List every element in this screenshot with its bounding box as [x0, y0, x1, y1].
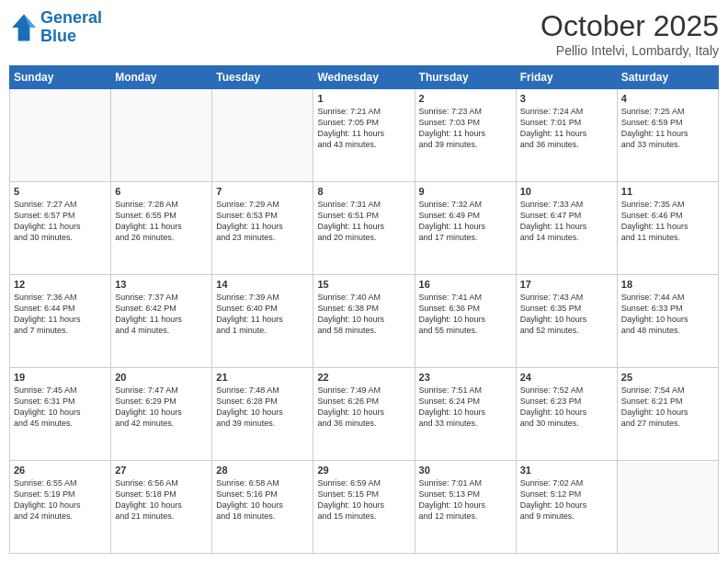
logo-line2: Blue [40, 27, 76, 45]
day-info: Sunrise: 7:43 AM Sunset: 6:35 PM Dayligh… [520, 292, 613, 337]
calendar-week-1: 1Sunrise: 7:21 AM Sunset: 7:05 PM Daylig… [10, 89, 719, 182]
weekday-header-row: SundayMondayTuesdayWednesdayThursdayFrid… [10, 66, 719, 89]
calendar-cell: 12Sunrise: 7:36 AM Sunset: 6:44 PM Dayli… [10, 275, 111, 368]
day-info: Sunrise: 7:36 AM Sunset: 6:44 PM Dayligh… [14, 292, 107, 337]
day-info: Sunrise: 7:44 AM Sunset: 6:33 PM Dayligh… [621, 292, 714, 337]
day-number: 17 [520, 279, 613, 290]
calendar-cell: 16Sunrise: 7:41 AM Sunset: 6:36 PM Dayli… [415, 275, 516, 368]
calendar-cell: 24Sunrise: 7:52 AM Sunset: 6:23 PM Dayli… [516, 368, 617, 461]
weekday-header-thursday: Thursday [415, 66, 516, 89]
weekday-header-monday: Monday [111, 66, 212, 89]
day-info: Sunrise: 7:47 AM Sunset: 6:29 PM Dayligh… [115, 385, 208, 430]
day-number: 31 [520, 465, 613, 476]
calendar-cell: 18Sunrise: 7:44 AM Sunset: 6:33 PM Dayli… [617, 275, 718, 368]
calendar-body: 1Sunrise: 7:21 AM Sunset: 7:05 PM Daylig… [10, 89, 719, 554]
calendar-cell: 23Sunrise: 7:51 AM Sunset: 6:24 PM Dayli… [415, 368, 516, 461]
day-number: 29 [317, 465, 410, 476]
day-info: Sunrise: 7:28 AM Sunset: 6:55 PM Dayligh… [115, 199, 208, 244]
day-number: 18 [621, 279, 714, 290]
day-info: Sunrise: 7:02 AM Sunset: 5:12 PM Dayligh… [520, 477, 613, 523]
calendar-cell: 10Sunrise: 7:33 AM Sunset: 6:47 PM Dayli… [516, 182, 617, 275]
weekday-header-friday: Friday [516, 66, 617, 89]
calendar-table: SundayMondayTuesdayWednesdayThursdayFrid… [9, 65, 719, 554]
day-number: 9 [419, 186, 512, 197]
calendar-cell: 3Sunrise: 7:24 AM Sunset: 7:01 PM Daylig… [516, 89, 617, 182]
day-info: Sunrise: 7:23 AM Sunset: 7:03 PM Dayligh… [419, 106, 512, 151]
day-info: Sunrise: 7:52 AM Sunset: 6:23 PM Dayligh… [520, 385, 613, 430]
calendar-week-4: 19Sunrise: 7:45 AM Sunset: 6:31 PM Dayli… [10, 368, 719, 461]
logo: General Blue [9, 9, 102, 46]
day-info: Sunrise: 7:32 AM Sunset: 6:49 PM Dayligh… [419, 199, 512, 244]
day-info: Sunrise: 7:39 AM Sunset: 6:40 PM Dayligh… [216, 292, 309, 337]
calendar-cell: 8Sunrise: 7:31 AM Sunset: 6:51 PM Daylig… [313, 182, 415, 275]
calendar-cell: 15Sunrise: 7:40 AM Sunset: 6:38 PM Dayli… [313, 275, 415, 368]
day-number: 14 [216, 279, 309, 290]
day-number: 6 [115, 186, 208, 197]
day-info: Sunrise: 6:59 AM Sunset: 5:15 PM Dayligh… [317, 477, 410, 523]
day-info: Sunrise: 7:25 AM Sunset: 6:59 PM Dayligh… [621, 106, 714, 151]
day-info: Sunrise: 6:58 AM Sunset: 5:16 PM Dayligh… [216, 477, 309, 523]
calendar-cell: 2Sunrise: 7:23 AM Sunset: 7:03 PM Daylig… [415, 89, 516, 182]
calendar-cell [617, 461, 718, 554]
day-info: Sunrise: 7:45 AM Sunset: 6:31 PM Dayligh… [14, 385, 107, 430]
day-number: 7 [216, 186, 309, 197]
logo-text: General Blue [40, 9, 102, 46]
page-title: October 2025 [540, 9, 719, 43]
calendar-cell: 31Sunrise: 7:02 AM Sunset: 5:12 PM Dayli… [516, 461, 617, 554]
day-info: Sunrise: 7:24 AM Sunset: 7:01 PM Dayligh… [520, 106, 613, 151]
title-area: October 2025 Pellio Intelvi, Lombardy, I… [540, 9, 719, 58]
day-number: 3 [520, 93, 613, 104]
day-info: Sunrise: 7:21 AM Sunset: 7:05 PM Dayligh… [317, 106, 410, 151]
day-number: 10 [520, 186, 613, 197]
day-info: Sunrise: 7:29 AM Sunset: 6:53 PM Dayligh… [216, 199, 309, 244]
day-number: 4 [621, 93, 714, 104]
day-info: Sunrise: 7:40 AM Sunset: 6:38 PM Dayligh… [317, 292, 410, 337]
calendar-cell: 30Sunrise: 7:01 AM Sunset: 5:13 PM Dayli… [415, 461, 516, 554]
calendar-cell: 4Sunrise: 7:25 AM Sunset: 6:59 PM Daylig… [617, 89, 718, 182]
day-info: Sunrise: 6:56 AM Sunset: 5:18 PM Dayligh… [115, 477, 208, 523]
calendar-cell: 26Sunrise: 6:55 AM Sunset: 5:19 PM Dayli… [10, 461, 111, 554]
day-number: 25 [621, 372, 714, 383]
calendar-cell: 13Sunrise: 7:37 AM Sunset: 6:42 PM Dayli… [111, 275, 212, 368]
day-number: 19 [14, 372, 107, 383]
day-number: 8 [317, 186, 410, 197]
day-info: Sunrise: 6:55 AM Sunset: 5:19 PM Dayligh… [14, 477, 107, 523]
day-info: Sunrise: 7:35 AM Sunset: 6:46 PM Dayligh… [621, 199, 714, 244]
calendar-cell: 6Sunrise: 7:28 AM Sunset: 6:55 PM Daylig… [111, 182, 212, 275]
calendar-cell: 9Sunrise: 7:32 AM Sunset: 6:49 PM Daylig… [415, 182, 516, 275]
calendar-cell: 22Sunrise: 7:49 AM Sunset: 6:26 PM Dayli… [313, 368, 415, 461]
day-info: Sunrise: 7:54 AM Sunset: 6:21 PM Dayligh… [621, 385, 714, 430]
day-number: 11 [621, 186, 714, 197]
calendar-cell [10, 89, 111, 182]
calendar-cell: 1Sunrise: 7:21 AM Sunset: 7:05 PM Daylig… [313, 89, 415, 182]
calendar-cell [111, 89, 212, 182]
calendar-cell: 14Sunrise: 7:39 AM Sunset: 6:40 PM Dayli… [212, 275, 313, 368]
day-info: Sunrise: 7:41 AM Sunset: 6:36 PM Dayligh… [419, 292, 512, 337]
logo-line1: General [40, 8, 102, 27]
day-number: 20 [115, 372, 208, 383]
calendar-cell: 20Sunrise: 7:47 AM Sunset: 6:29 PM Dayli… [111, 368, 212, 461]
day-number: 1 [317, 93, 410, 104]
calendar-cell: 11Sunrise: 7:35 AM Sunset: 6:46 PM Dayli… [617, 182, 718, 275]
calendar-week-5: 26Sunrise: 6:55 AM Sunset: 5:19 PM Dayli… [10, 461, 719, 554]
calendar-header: SundayMondayTuesdayWednesdayThursdayFrid… [10, 66, 719, 89]
page: General Blue October 2025 Pellio Intelvi… [0, 0, 728, 563]
day-info: Sunrise: 7:27 AM Sunset: 6:57 PM Dayligh… [14, 199, 107, 244]
calendar-cell: 28Sunrise: 6:58 AM Sunset: 5:16 PM Dayli… [212, 461, 313, 554]
day-number: 28 [216, 465, 309, 476]
day-number: 5 [14, 186, 107, 197]
calendar-week-2: 5Sunrise: 7:27 AM Sunset: 6:57 PM Daylig… [10, 182, 719, 275]
day-number: 2 [419, 93, 512, 104]
day-number: 13 [115, 279, 208, 290]
day-info: Sunrise: 7:37 AM Sunset: 6:42 PM Dayligh… [115, 292, 208, 337]
day-info: Sunrise: 7:33 AM Sunset: 6:47 PM Dayligh… [520, 199, 613, 244]
calendar-cell: 29Sunrise: 6:59 AM Sunset: 5:15 PM Dayli… [313, 461, 415, 554]
day-number: 27 [115, 465, 208, 476]
calendar-cell: 21Sunrise: 7:48 AM Sunset: 6:28 PM Dayli… [212, 368, 313, 461]
calendar-cell: 25Sunrise: 7:54 AM Sunset: 6:21 PM Dayli… [617, 368, 718, 461]
day-number: 12 [14, 279, 107, 290]
day-number: 21 [216, 372, 309, 383]
day-info: Sunrise: 7:48 AM Sunset: 6:28 PM Dayligh… [216, 385, 309, 430]
calendar-cell: 17Sunrise: 7:43 AM Sunset: 6:35 PM Dayli… [516, 275, 617, 368]
day-info: Sunrise: 7:31 AM Sunset: 6:51 PM Dayligh… [317, 199, 410, 244]
